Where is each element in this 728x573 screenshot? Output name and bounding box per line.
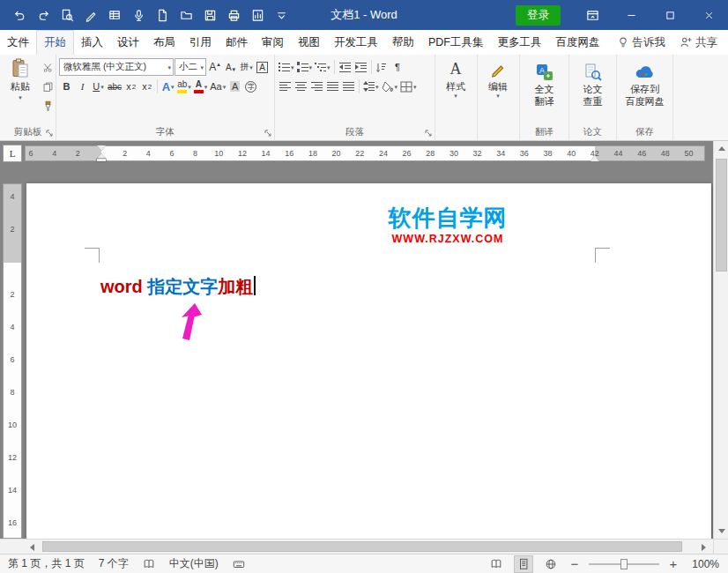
editing-button[interactable]: 编辑 ▾: [478, 55, 518, 99]
document-page[interactable]: 软件自学网 WWW.RJZXW.COM word 指定文字加粗: [26, 183, 711, 539]
shrink-font-button[interactable]: A▾: [223, 59, 238, 76]
zoom-slider-thumb[interactable]: [620, 559, 628, 569]
tab-design[interactable]: 设计: [110, 30, 146, 55]
print-layout-icon[interactable]: [514, 555, 533, 573]
pen-icon[interactable]: [84, 8, 98, 22]
font-size-select[interactable]: 小二▾: [175, 58, 206, 76]
print-preview-icon[interactable]: [60, 8, 74, 22]
first-line-indent-marker[interactable]: [97, 145, 106, 151]
styles-button[interactable]: A 样式 ▾: [435, 55, 476, 99]
copy-icon[interactable]: [41, 78, 56, 95]
vertical-ruler[interactable]: 42246810121416: [3, 183, 22, 539]
proofing-book-icon[interactable]: [143, 558, 155, 570]
increase-indent-icon[interactable]: [353, 59, 368, 76]
save-icon[interactable]: [203, 8, 217, 22]
tell-me-button[interactable]: 告诉我: [617, 35, 666, 50]
tab-file[interactable]: 文件: [0, 30, 36, 55]
line-spacing-icon[interactable]: ▾: [362, 78, 380, 95]
login-button[interactable]: 登录: [516, 5, 561, 26]
word-count[interactable]: 7 个字: [99, 556, 129, 571]
ribbon-display-options-icon[interactable]: [585, 8, 599, 22]
text-effects-button[interactable]: A▾: [160, 78, 175, 95]
tab-review[interactable]: 审阅: [255, 30, 291, 55]
read-mode-icon[interactable]: [487, 555, 506, 573]
save-to-netdisk-button[interactable]: 保存到 百度网盘: [620, 57, 670, 125]
page-info[interactable]: 第 1 页，共 1 页: [8, 556, 85, 571]
horizontal-scrollbar-thumb[interactable]: [42, 541, 682, 552]
right-indent-marker[interactable]: [591, 155, 599, 161]
strikethrough-button[interactable]: abc: [107, 78, 123, 95]
open-folder-icon[interactable]: [179, 8, 193, 22]
scroll-down-icon[interactable]: [714, 524, 728, 539]
tab-mailings[interactable]: 邮件: [219, 30, 255, 55]
new-document-icon[interactable]: [155, 8, 169, 22]
decrease-indent-icon[interactable]: [338, 59, 353, 76]
vertical-scrollbar[interactable]: [713, 141, 728, 539]
align-right-icon[interactable]: [309, 78, 324, 95]
font-color-button[interactable]: A▾: [193, 78, 209, 95]
left-indent-marker[interactable]: [97, 159, 106, 161]
undo-icon[interactable]: [12, 8, 26, 22]
multilevel-list-icon[interactable]: ▾: [314, 59, 331, 76]
tab-references[interactable]: 引用: [182, 30, 219, 55]
distribute-icon[interactable]: [341, 78, 356, 95]
character-shading-button[interactable]: A: [227, 78, 242, 95]
full-text-translate-button[interactable]: A 全文 翻译: [524, 57, 565, 125]
web-layout-icon[interactable]: [541, 555, 561, 573]
superscript-button[interactable]: x2: [139, 78, 154, 95]
align-center-icon[interactable]: [293, 78, 308, 95]
numbering-icon[interactable]: ▾: [296, 59, 314, 76]
bold-button[interactable]: B: [59, 78, 74, 95]
scroll-right-icon[interactable]: [696, 540, 711, 554]
horizontal-ruler[interactable]: 6422468101214161820222426283032343638404…: [25, 145, 705, 161]
redo-icon[interactable]: [36, 8, 50, 22]
justify-icon[interactable]: [325, 78, 340, 95]
share-button[interactable]: 共享: [680, 35, 717, 50]
phonetic-guide-button[interactable]: 拼▾: [239, 59, 254, 76]
shading-icon[interactable]: ▾: [381, 78, 399, 95]
vertical-scrollbar-thumb[interactable]: [716, 159, 727, 272]
font-name-select[interactable]: 微软雅黑 (中文正文)▾: [59, 58, 174, 76]
align-left-icon[interactable]: [278, 78, 293, 95]
tab-pdf-tools[interactable]: PDF工具集: [421, 30, 491, 55]
scroll-up-icon[interactable]: [714, 141, 728, 156]
show-formatting-marks-icon[interactable]: ¶: [390, 59, 405, 76]
tab-help[interactable]: 帮助: [385, 30, 421, 55]
table-icon[interactable]: [108, 8, 122, 22]
zoom-in-button[interactable]: +: [667, 556, 680, 571]
horizontal-scrollbar[interactable]: [0, 539, 713, 554]
tab-view[interactable]: 视图: [291, 30, 327, 55]
tab-home[interactable]: 开始: [36, 30, 74, 55]
scroll-left-icon[interactable]: [25, 540, 40, 554]
paper-check-button[interactable]: 论文 查重: [573, 57, 613, 125]
customize-quick-access-icon[interactable]: [274, 8, 288, 22]
zoom-slider[interactable]: [589, 558, 659, 570]
language-indicator[interactable]: 中文(中国): [169, 556, 219, 571]
underline-button[interactable]: U▾: [91, 78, 106, 95]
chart-icon[interactable]: [250, 8, 264, 22]
grow-font-button[interactable]: A▴: [207, 59, 222, 76]
format-painter-icon[interactable]: [41, 98, 56, 115]
enclose-characters-button[interactable]: 字: [243, 78, 258, 95]
font-dialog-launcher[interactable]: [263, 128, 272, 138]
tab-insert[interactable]: 插入: [74, 30, 110, 55]
paste-button[interactable]: 粘贴 ▾: [4, 56, 37, 125]
sort-icon[interactable]: [375, 59, 390, 76]
tab-baidu-netdisk[interactable]: 百度网盘: [549, 30, 607, 55]
subscript-button[interactable]: x2: [123, 78, 138, 95]
paragraph-dialog-launcher[interactable]: [423, 128, 433, 138]
zoom-out-button[interactable]: −: [568, 556, 581, 571]
italic-button[interactable]: I: [75, 78, 90, 95]
borders-icon[interactable]: ▾: [399, 78, 418, 95]
tab-developer[interactable]: 开发工具: [327, 30, 385, 55]
character-border-button[interactable]: A: [255, 59, 270, 76]
maximize-icon[interactable]: [650, 0, 689, 30]
cut-icon[interactable]: [41, 59, 56, 76]
tab-stop-selector[interactable]: L: [3, 145, 22, 162]
close-icon[interactable]: [689, 0, 728, 30]
clipboard-dialog-launcher[interactable]: [44, 128, 54, 138]
minimize-icon[interactable]: [612, 0, 650, 30]
keyboard-icon[interactable]: [233, 558, 245, 570]
zoom-level[interactable]: 100%: [687, 558, 719, 570]
bullets-icon[interactable]: ▾: [278, 59, 295, 76]
